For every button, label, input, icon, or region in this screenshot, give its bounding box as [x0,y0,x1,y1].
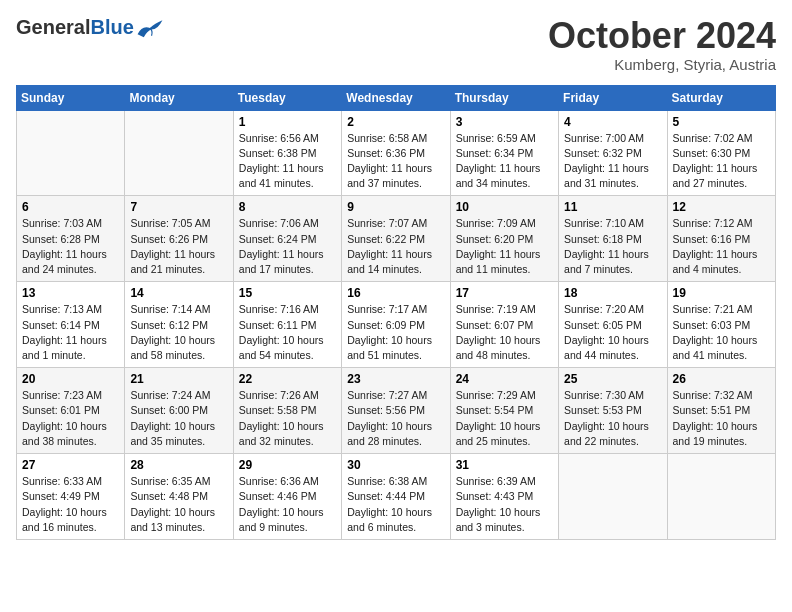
calendar-table: SundayMondayTuesdayWednesdayThursdayFrid… [16,85,776,540]
day-number: 25 [564,372,661,386]
day-info: Sunrise: 7:14 AM Sunset: 6:12 PM Dayligh… [130,302,227,363]
calendar-cell: 1Sunrise: 6:56 AM Sunset: 6:38 PM Daylig… [233,110,341,196]
day-number: 12 [673,200,770,214]
calendar-week-row: 27Sunrise: 6:33 AM Sunset: 4:49 PM Dayli… [17,454,776,540]
weekday-header-wednesday: Wednesday [342,85,450,110]
day-number: 7 [130,200,227,214]
calendar-cell [667,454,775,540]
day-info: Sunrise: 7:13 AM Sunset: 6:14 PM Dayligh… [22,302,119,363]
weekday-header-tuesday: Tuesday [233,85,341,110]
day-number: 30 [347,458,444,472]
calendar-cell: 22Sunrise: 7:26 AM Sunset: 5:58 PM Dayli… [233,368,341,454]
calendar-cell: 20Sunrise: 7:23 AM Sunset: 6:01 PM Dayli… [17,368,125,454]
day-number: 15 [239,286,336,300]
calendar-week-row: 6Sunrise: 7:03 AM Sunset: 6:28 PM Daylig… [17,196,776,282]
weekday-header-thursday: Thursday [450,85,558,110]
calendar-cell: 27Sunrise: 6:33 AM Sunset: 4:49 PM Dayli… [17,454,125,540]
weekday-header-sunday: Sunday [17,85,125,110]
calendar-cell [17,110,125,196]
calendar-cell: 13Sunrise: 7:13 AM Sunset: 6:14 PM Dayli… [17,282,125,368]
calendar-cell: 30Sunrise: 6:38 AM Sunset: 4:44 PM Dayli… [342,454,450,540]
day-info: Sunrise: 7:29 AM Sunset: 5:54 PM Dayligh… [456,388,553,449]
calendar-cell: 17Sunrise: 7:19 AM Sunset: 6:07 PM Dayli… [450,282,558,368]
day-number: 22 [239,372,336,386]
calendar-cell: 4Sunrise: 7:00 AM Sunset: 6:32 PM Daylig… [559,110,667,196]
calendar-cell: 24Sunrise: 7:29 AM Sunset: 5:54 PM Dayli… [450,368,558,454]
day-number: 14 [130,286,227,300]
day-info: Sunrise: 7:21 AM Sunset: 6:03 PM Dayligh… [673,302,770,363]
day-info: Sunrise: 7:00 AM Sunset: 6:32 PM Dayligh… [564,131,661,192]
calendar-cell: 7Sunrise: 7:05 AM Sunset: 6:26 PM Daylig… [125,196,233,282]
day-info: Sunrise: 7:12 AM Sunset: 6:16 PM Dayligh… [673,216,770,277]
day-number: 9 [347,200,444,214]
page-header: GeneralBlue October 2024 Kumberg, Styria… [16,16,776,73]
day-number: 13 [22,286,119,300]
day-info: Sunrise: 7:16 AM Sunset: 6:11 PM Dayligh… [239,302,336,363]
day-number: 2 [347,115,444,129]
day-number: 3 [456,115,553,129]
day-info: Sunrise: 7:27 AM Sunset: 5:56 PM Dayligh… [347,388,444,449]
day-info: Sunrise: 7:24 AM Sunset: 6:00 PM Dayligh… [130,388,227,449]
calendar-cell: 21Sunrise: 7:24 AM Sunset: 6:00 PM Dayli… [125,368,233,454]
day-number: 29 [239,458,336,472]
day-info: Sunrise: 7:20 AM Sunset: 6:05 PM Dayligh… [564,302,661,363]
day-number: 18 [564,286,661,300]
day-info: Sunrise: 7:05 AM Sunset: 6:26 PM Dayligh… [130,216,227,277]
calendar-cell: 9Sunrise: 7:07 AM Sunset: 6:22 PM Daylig… [342,196,450,282]
day-info: Sunrise: 6:59 AM Sunset: 6:34 PM Dayligh… [456,131,553,192]
calendar-cell: 6Sunrise: 7:03 AM Sunset: 6:28 PM Daylig… [17,196,125,282]
calendar-cell: 2Sunrise: 6:58 AM Sunset: 6:36 PM Daylig… [342,110,450,196]
day-info: Sunrise: 7:06 AM Sunset: 6:24 PM Dayligh… [239,216,336,277]
calendar-header-row: SundayMondayTuesdayWednesdayThursdayFrid… [17,85,776,110]
calendar-week-row: 13Sunrise: 7:13 AM Sunset: 6:14 PM Dayli… [17,282,776,368]
calendar-cell: 26Sunrise: 7:32 AM Sunset: 5:51 PM Dayli… [667,368,775,454]
day-info: Sunrise: 6:56 AM Sunset: 6:38 PM Dayligh… [239,131,336,192]
day-info: Sunrise: 7:10 AM Sunset: 6:18 PM Dayligh… [564,216,661,277]
day-info: Sunrise: 6:58 AM Sunset: 6:36 PM Dayligh… [347,131,444,192]
logo-bird-icon [136,17,164,39]
calendar-cell: 16Sunrise: 7:17 AM Sunset: 6:09 PM Dayli… [342,282,450,368]
weekday-header-monday: Monday [125,85,233,110]
day-number: 28 [130,458,227,472]
calendar-cell: 31Sunrise: 6:39 AM Sunset: 4:43 PM Dayli… [450,454,558,540]
calendar-cell: 19Sunrise: 7:21 AM Sunset: 6:03 PM Dayli… [667,282,775,368]
day-info: Sunrise: 6:39 AM Sunset: 4:43 PM Dayligh… [456,474,553,535]
day-info: Sunrise: 7:26 AM Sunset: 5:58 PM Dayligh… [239,388,336,449]
title-block: October 2024 Kumberg, Styria, Austria [548,16,776,73]
day-number: 27 [22,458,119,472]
day-number: 8 [239,200,336,214]
day-number: 4 [564,115,661,129]
day-number: 1 [239,115,336,129]
calendar-cell: 23Sunrise: 7:27 AM Sunset: 5:56 PM Dayli… [342,368,450,454]
calendar-cell: 11Sunrise: 7:10 AM Sunset: 6:18 PM Dayli… [559,196,667,282]
calendar-cell: 15Sunrise: 7:16 AM Sunset: 6:11 PM Dayli… [233,282,341,368]
day-info: Sunrise: 6:33 AM Sunset: 4:49 PM Dayligh… [22,474,119,535]
day-number: 10 [456,200,553,214]
day-info: Sunrise: 7:30 AM Sunset: 5:53 PM Dayligh… [564,388,661,449]
calendar-cell: 8Sunrise: 7:06 AM Sunset: 6:24 PM Daylig… [233,196,341,282]
day-number: 6 [22,200,119,214]
calendar-week-row: 20Sunrise: 7:23 AM Sunset: 6:01 PM Dayli… [17,368,776,454]
day-number: 11 [564,200,661,214]
calendar-cell: 18Sunrise: 7:20 AM Sunset: 6:05 PM Dayli… [559,282,667,368]
day-info: Sunrise: 7:32 AM Sunset: 5:51 PM Dayligh… [673,388,770,449]
calendar-cell [559,454,667,540]
day-number: 16 [347,286,444,300]
day-info: Sunrise: 7:07 AM Sunset: 6:22 PM Dayligh… [347,216,444,277]
day-number: 17 [456,286,553,300]
calendar-cell: 5Sunrise: 7:02 AM Sunset: 6:30 PM Daylig… [667,110,775,196]
calendar-cell [125,110,233,196]
calendar-cell: 29Sunrise: 6:36 AM Sunset: 4:46 PM Dayli… [233,454,341,540]
day-number: 23 [347,372,444,386]
day-info: Sunrise: 6:38 AM Sunset: 4:44 PM Dayligh… [347,474,444,535]
month-title: October 2024 [548,16,776,56]
day-number: 26 [673,372,770,386]
day-info: Sunrise: 6:35 AM Sunset: 4:48 PM Dayligh… [130,474,227,535]
calendar-cell: 25Sunrise: 7:30 AM Sunset: 5:53 PM Dayli… [559,368,667,454]
logo-general: General [16,16,90,38]
logo: GeneralBlue [16,16,164,39]
location-subtitle: Kumberg, Styria, Austria [548,56,776,73]
calendar-cell: 28Sunrise: 6:35 AM Sunset: 4:48 PM Dayli… [125,454,233,540]
day-info: Sunrise: 7:02 AM Sunset: 6:30 PM Dayligh… [673,131,770,192]
day-number: 24 [456,372,553,386]
